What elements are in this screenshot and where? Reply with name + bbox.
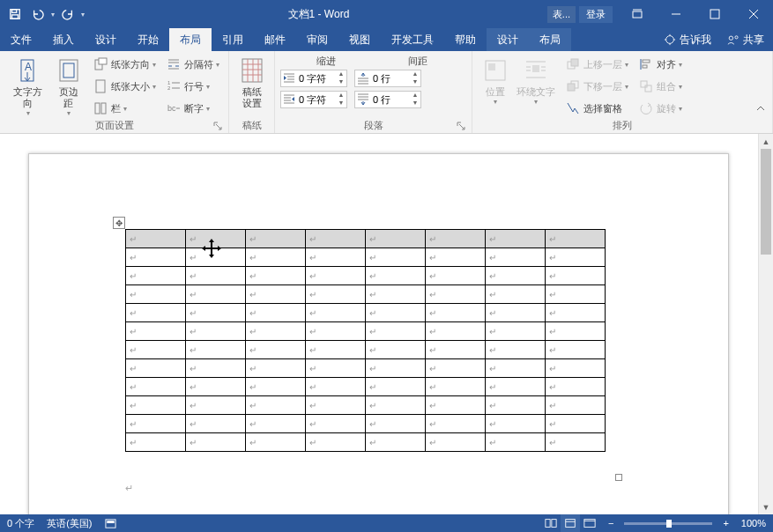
page-setup-dialog-launcher[interactable] bbox=[212, 122, 223, 132]
table-cell[interactable]: ↵ bbox=[426, 433, 486, 452]
table-cell[interactable]: ↵ bbox=[486, 230, 546, 248]
table-cell[interactable]: ↵ bbox=[486, 304, 546, 322]
table-row[interactable]: ↵↵↵↵↵↵↵↵ bbox=[126, 230, 606, 248]
table-cell[interactable]: ↵ bbox=[546, 304, 606, 322]
table-cell[interactable]: ↵ bbox=[126, 341, 186, 359]
table-cell[interactable]: ↵ bbox=[486, 415, 546, 433]
table-cell[interactable]: ↵ bbox=[126, 285, 186, 304]
tab-review[interactable]: 审阅 bbox=[296, 28, 338, 51]
table-cell[interactable]: ↵ bbox=[426, 415, 486, 433]
status-word-count[interactable]: 0 个字 bbox=[7, 517, 34, 530]
table-cell[interactable]: ↵ bbox=[426, 230, 486, 248]
table-cell[interactable]: ↵ bbox=[546, 359, 606, 378]
tab-table-layout[interactable]: 布局 bbox=[529, 28, 571, 51]
table-cell[interactable]: ↵ bbox=[306, 230, 366, 248]
indent-right-spinner[interactable]: ▲▼ bbox=[280, 91, 347, 108]
hyphenation-button[interactable]: bc断字▾ bbox=[163, 99, 223, 118]
table-cell[interactable]: ↵ bbox=[306, 322, 366, 341]
table-cell[interactable]: ↵ bbox=[306, 341, 366, 359]
share-button[interactable]: 共享 bbox=[718, 28, 773, 51]
margins-button[interactable]: 页边距 ▾ bbox=[50, 55, 86, 119]
status-language[interactable]: 英语(美国) bbox=[47, 517, 92, 530]
table-cell[interactable]: ↵ bbox=[426, 396, 486, 415]
table-cell[interactable]: ↵ bbox=[366, 248, 426, 267]
tab-devtools[interactable]: 开发工具 bbox=[381, 28, 444, 51]
table-cell[interactable]: ↵ bbox=[486, 378, 546, 396]
table-row[interactable]: ↵↵↵↵↵↵↵↵ bbox=[126, 248, 606, 267]
table-cell[interactable]: ↵ bbox=[306, 285, 366, 304]
table-cell[interactable]: ↵ bbox=[306, 304, 366, 322]
vertical-scrollbar[interactable]: ▲ ▼ bbox=[758, 134, 773, 514]
table-row[interactable]: ↵↵↵↵↵↵↵↵ bbox=[126, 267, 606, 285]
table-cell[interactable]: ↵ bbox=[486, 433, 546, 452]
table-cell[interactable]: ↵ bbox=[126, 433, 186, 452]
table-cell[interactable]: ↵ bbox=[246, 378, 306, 396]
manuscript-settings-button[interactable]: 稿纸 设置 bbox=[234, 55, 270, 111]
text-direction-button[interactable]: A 文字方向 ▾ bbox=[5, 55, 50, 119]
table-cell[interactable]: ↵ bbox=[546, 341, 606, 359]
table-row[interactable]: ↵↵↵↵↵↵↵↵ bbox=[126, 322, 606, 341]
zoom-percent[interactable]: 100% bbox=[741, 518, 766, 528]
table-cell[interactable]: ↵ bbox=[546, 433, 606, 452]
table-cell[interactable]: ↵ bbox=[126, 230, 186, 248]
table-cell[interactable]: ↵ bbox=[246, 415, 306, 433]
table-cell[interactable]: ↵ bbox=[186, 248, 246, 267]
table-cell[interactable]: ↵ bbox=[126, 248, 186, 267]
login-button[interactable]: 登录 bbox=[579, 6, 613, 23]
tab-help[interactable]: 帮助 bbox=[444, 28, 487, 51]
table-row[interactable]: ↵↵↵↵↵↵↵↵ bbox=[126, 359, 606, 378]
table-cell[interactable]: ↵ bbox=[306, 433, 366, 452]
table-cell[interactable]: ↵ bbox=[486, 341, 546, 359]
document-table[interactable]: ↵↵↵↵↵↵↵↵↵↵↵↵↵↵↵↵↵↵↵↵↵↵↵↵↵↵↵↵↵↵↵↵↵↵↵↵↵↵↵↵… bbox=[125, 229, 606, 452]
indent-right-up[interactable]: ▲ bbox=[336, 92, 346, 100]
line-numbers-button[interactable]: 12行号▾ bbox=[163, 77, 223, 96]
table-cell[interactable]: ↵ bbox=[426, 341, 486, 359]
table-cell[interactable]: ↵ bbox=[246, 304, 306, 322]
table-row[interactable]: ↵↵↵↵↵↵↵↵ bbox=[126, 433, 606, 452]
tell-me[interactable]: 告诉我 bbox=[657, 28, 718, 51]
table-cell[interactable]: ↵ bbox=[306, 396, 366, 415]
scroll-thumb[interactable] bbox=[761, 149, 771, 255]
zoom-in-button[interactable]: + bbox=[719, 518, 732, 528]
spacing-before-spinner[interactable]: ▲▼ bbox=[354, 70, 421, 87]
tab-references[interactable]: 引用 bbox=[212, 28, 254, 51]
table-cell[interactable]: ↵ bbox=[246, 359, 306, 378]
table-cell[interactable]: ↵ bbox=[426, 359, 486, 378]
table-cell[interactable]: ↵ bbox=[366, 285, 426, 304]
status-macro-icon[interactable] bbox=[105, 518, 116, 529]
table-cell[interactable]: ↵ bbox=[186, 267, 246, 285]
table-cell[interactable]: ↵ bbox=[186, 378, 246, 396]
table-row[interactable]: ↵↵↵↵↵↵↵↵ bbox=[126, 341, 606, 359]
table-cell[interactable]: ↵ bbox=[246, 396, 306, 415]
table-cell[interactable]: ↵ bbox=[546, 285, 606, 304]
paragraph-dialog-launcher[interactable] bbox=[456, 122, 466, 132]
table-cell[interactable]: ↵ bbox=[546, 396, 606, 415]
table-cell[interactable]: ↵ bbox=[486, 267, 546, 285]
table-cell[interactable]: ↵ bbox=[186, 415, 246, 433]
table-cell[interactable]: ↵ bbox=[366, 341, 426, 359]
table-cell[interactable]: ↵ bbox=[486, 285, 546, 304]
table-cell[interactable]: ↵ bbox=[186, 433, 246, 452]
ribbon-display-options[interactable] bbox=[618, 0, 657, 28]
table-cell[interactable]: ↵ bbox=[186, 230, 246, 248]
table-cell[interactable]: ↵ bbox=[246, 230, 306, 248]
table-cell[interactable]: ↵ bbox=[366, 230, 426, 248]
table-row[interactable]: ↵↵↵↵↵↵↵↵ bbox=[126, 285, 606, 304]
table-cell[interactable]: ↵ bbox=[546, 248, 606, 267]
tab-mailings[interactable]: 邮件 bbox=[254, 28, 296, 51]
columns-button[interactable]: 栏▾ bbox=[90, 99, 160, 118]
table-cell[interactable]: ↵ bbox=[186, 322, 246, 341]
table-cell[interactable]: ↵ bbox=[126, 322, 186, 341]
view-web-layout[interactable] bbox=[580, 514, 599, 532]
table-cell[interactable]: ↵ bbox=[486, 396, 546, 415]
tab-insert[interactable]: 插入 bbox=[42, 28, 85, 51]
zoom-out-button[interactable]: − bbox=[605, 518, 617, 528]
indent-left-input[interactable] bbox=[297, 73, 336, 84]
indent-right-input[interactable] bbox=[297, 94, 336, 105]
table-cell[interactable]: ↵ bbox=[126, 378, 186, 396]
table-cell[interactable]: ↵ bbox=[486, 322, 546, 341]
tab-layout[interactable]: 布局 bbox=[169, 28, 212, 51]
spacing-before-input[interactable] bbox=[371, 73, 410, 84]
table-row[interactable]: ↵↵↵↵↵↵↵↵ bbox=[126, 396, 606, 415]
table-cell[interactable]: ↵ bbox=[126, 396, 186, 415]
